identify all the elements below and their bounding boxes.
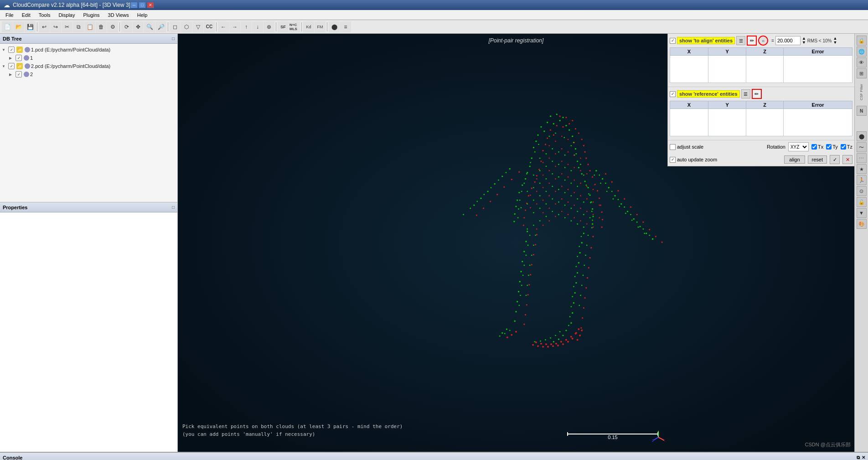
tb-sf[interactable]: SF <box>278 21 289 32</box>
menu-file[interactable]: File <box>2 11 17 19</box>
rs-btn-n[interactable]: N <box>857 106 867 116</box>
tree-item-2[interactable]: ▶ ✓ 2 <box>9 70 176 78</box>
svg-point-136 <box>564 205 566 206</box>
tb-copy[interactable]: ⧉ <box>73 21 84 32</box>
tb-more1[interactable]: ≡ <box>340 21 351 32</box>
rms-spinners[interactable]: ▲▼ <box>833 36 837 45</box>
tb-nc-mls[interactable]: N+C MLS <box>289 21 300 32</box>
rs-btn-person[interactable]: 🏃 <box>857 175 867 185</box>
cancel-button[interactable]: ✕ <box>842 155 852 164</box>
ref-edit-btn[interactable]: ✏ <box>752 89 762 99</box>
menu-display[interactable]: Display <box>55 11 78 19</box>
tb-cc[interactable]: CC <box>204 21 215 32</box>
console-float-btn[interactable]: ⧉ <box>857 455 860 460</box>
ref-list-btn[interactable]: ☰ <box>741 89 750 98</box>
tb-redo[interactable]: ↪ <box>50 21 61 32</box>
svg-point-243 <box>536 175 537 176</box>
tree-item-1[interactable]: ▶ ✓ 1 <box>9 54 176 62</box>
tb-zoom-out[interactable]: 🔎 <box>155 21 166 32</box>
tb-filter[interactable]: ▽ <box>192 21 203 32</box>
tb-arrow-down[interactable]: ↓ <box>252 21 263 32</box>
tx-checkbox[interactable] <box>811 144 817 150</box>
tb-arrow-right[interactable]: → <box>229 21 240 32</box>
rotation-select[interactable]: XYZ <box>788 142 809 151</box>
rs-btn-palette[interactable]: 🎨 <box>857 219 867 229</box>
tb-undo[interactable]: ↩ <box>39 21 50 32</box>
svg-point-230 <box>553 134 554 136</box>
ok-button[interactable]: ✓ <box>830 155 840 164</box>
align-max-input[interactable] <box>775 36 801 45</box>
tb-new[interactable]: 📄 <box>2 21 13 32</box>
tz-label[interactable]: Tz <box>841 144 852 150</box>
maximize-button[interactable]: □ <box>139 2 146 8</box>
auto-update-checkbox[interactable]: ✓ <box>670 157 676 163</box>
tb-fm[interactable]: FM <box>315 21 326 32</box>
tz-checkbox[interactable] <box>841 144 846 150</box>
menu-edit[interactable]: Edit <box>18 11 34 19</box>
tb-settings[interactable]: ⚙ <box>107 21 118 32</box>
rs-btn-eye[interactable]: 👁 <box>857 57 867 67</box>
svg-point-299 <box>557 345 559 346</box>
auto-update-label[interactable]: ✓ auto update zoom <box>670 157 717 163</box>
rs-btn-sphere2[interactable]: ⬤ <box>857 131 867 141</box>
rs-btn-lock[interactable]: 🔒 <box>857 36 867 46</box>
adjust-scale-checkbox[interactable] <box>670 144 676 150</box>
ty-checkbox[interactable] <box>826 144 832 150</box>
svg-point-35 <box>514 213 516 215</box>
align-list-btn[interactable]: ☰ <box>736 36 745 45</box>
tb-scissors[interactable]: ✂ <box>62 21 72 32</box>
svg-point-258 <box>605 173 606 175</box>
close-button[interactable]: ✕ <box>147 2 154 8</box>
console-close-btn[interactable]: ✕ <box>862 455 865 460</box>
tree-item-1pcd[interactable]: ▼ ✓ 📁 1.pcd (E:/pycharm/PointCloud/data) <box>2 46 176 54</box>
align-button[interactable]: align <box>784 155 805 164</box>
menu-3dviews[interactable]: 3D Views <box>104 11 133 19</box>
view-container[interactable]: [Point-pair registration] ✓ show 'to ali… <box>178 34 854 452</box>
tb-arrow-left[interactable]: ← <box>218 21 229 32</box>
show-align-checkbox[interactable]: ✓ <box>670 38 676 44</box>
tb-center[interactable]: ⊕ <box>264 21 274 32</box>
svg-point-137 <box>571 208 572 209</box>
rs-btn-target[interactable]: ⊙ <box>857 186 867 196</box>
tb-open[interactable]: 📂 <box>13 21 24 32</box>
tb-delete[interactable]: 🗑 <box>96 21 107 32</box>
align-spinners[interactable]: ▲▼ <box>802 36 806 45</box>
tree-item-2pcd[interactable]: ▼ ✓ 📁 2.pcd (E:/pycharm/PointCloud/data) <box>2 62 176 70</box>
tb-paste[interactable]: 📋 <box>84 21 95 32</box>
reset-button[interactable]: reset <box>808 155 827 164</box>
rs-btn-globe[interactable]: 🌐 <box>857 47 867 57</box>
tb-lasso[interactable]: ⬡ <box>181 21 192 32</box>
svg-point-193 <box>583 275 584 276</box>
rs-btn-dots[interactable]: ⋯ <box>857 153 867 163</box>
tb-move[interactable]: ✥ <box>133 21 144 32</box>
tb-save[interactable]: 💾 <box>25 21 36 32</box>
menu-help[interactable]: Help <box>134 11 151 19</box>
rs-btn-down[interactable]: ▼ <box>857 208 867 218</box>
tb-sphere[interactable]: ⬤ <box>329 21 340 32</box>
tx-label[interactable]: Tx <box>811 144 823 150</box>
db-tree-maximize[interactable]: □ <box>172 36 175 41</box>
svg-point-262 <box>630 207 631 208</box>
align-edit-btn[interactable]: ✏ <box>747 36 757 46</box>
adjust-scale-label[interactable]: adjust scale <box>670 144 703 150</box>
rs-btn-1[interactable]: ⊞ <box>857 68 867 78</box>
tb-select[interactable]: ◻ <box>170 21 181 32</box>
rs-btn-lock2[interactable]: 🔓 <box>857 197 867 207</box>
svg-point-359 <box>555 203 556 205</box>
tb-kd[interactable]: Kd <box>303 21 314 32</box>
svg-point-125 <box>564 192 566 193</box>
menu-tools[interactable]: Tools <box>35 11 54 19</box>
tb-zoom-in[interactable]: 🔍 <box>144 21 155 32</box>
rs-btn-star[interactable]: ★ <box>857 164 867 174</box>
tb-rotate[interactable]: ⟳ <box>121 21 132 32</box>
minimize-button[interactable]: ─ <box>130 2 138 8</box>
properties-maximize[interactable]: □ <box>172 205 175 210</box>
menu-plugins[interactable]: Plugins <box>79 11 103 19</box>
ty-label[interactable]: Ty <box>826 144 838 150</box>
show-ref-checkbox[interactable]: ✓ <box>670 91 676 97</box>
svg-text:Y: Y <box>657 430 660 431</box>
tb-arrow-up[interactable]: ↑ <box>241 21 252 32</box>
rs-btn-wave[interactable]: 〜 <box>857 142 867 152</box>
svg-point-23 <box>527 172 528 173</box>
align-add-btn[interactable]: ○ <box>758 36 768 46</box>
